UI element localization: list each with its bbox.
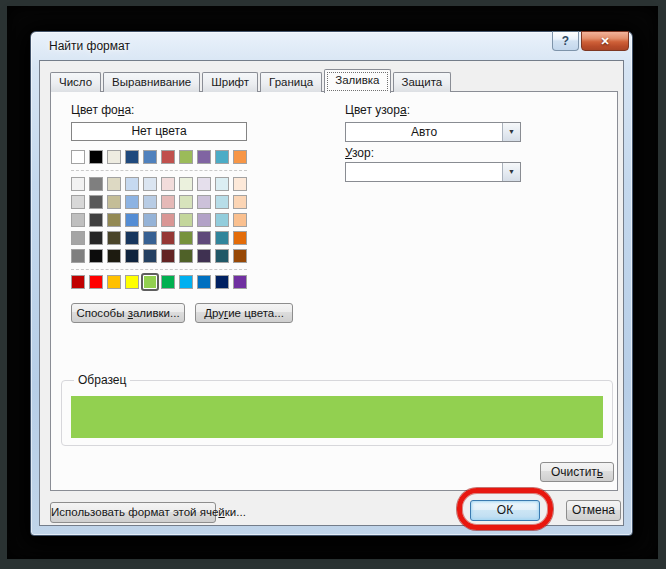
more-colors-button[interactable]: Другие цвета... xyxy=(195,303,293,323)
no-color-button[interactable]: Нет цвета xyxy=(71,122,247,141)
color-swatch[interactable] xyxy=(143,231,157,245)
color-swatch[interactable] xyxy=(89,231,103,245)
color-swatch[interactable] xyxy=(143,177,157,191)
color-swatch[interactable] xyxy=(215,213,229,227)
color-swatch[interactable] xyxy=(125,213,139,227)
pattern-value xyxy=(346,163,502,181)
color-swatch[interactable] xyxy=(233,177,247,191)
pattern-color-select[interactable]: Авто ▼ xyxy=(345,122,521,142)
color-swatch[interactable] xyxy=(161,195,175,209)
cancel-button[interactable]: Отмена xyxy=(566,500,621,521)
color-swatch[interactable] xyxy=(197,231,211,245)
close-button[interactable]: ✕ xyxy=(581,31,629,51)
color-swatch[interactable] xyxy=(125,249,139,263)
color-swatch[interactable] xyxy=(71,195,85,209)
color-swatch[interactable] xyxy=(89,213,103,227)
color-swatch[interactable] xyxy=(215,231,229,245)
palette-divider xyxy=(71,269,247,270)
color-swatch[interactable] xyxy=(215,249,229,263)
tab-label: Выравнивание xyxy=(112,76,191,88)
clear-button[interactable]: Очистить xyxy=(540,462,614,482)
color-swatch[interactable] xyxy=(161,275,175,289)
color-swatch[interactable] xyxy=(71,231,85,245)
color-swatch[interactable] xyxy=(179,231,193,245)
color-swatch[interactable] xyxy=(89,177,103,191)
color-swatch[interactable] xyxy=(197,249,211,263)
color-swatch[interactable] xyxy=(215,150,229,164)
color-swatch[interactable] xyxy=(89,150,103,164)
tint-row xyxy=(71,195,247,209)
color-swatch[interactable] xyxy=(233,275,247,289)
color-swatch[interactable] xyxy=(197,195,211,209)
color-swatch[interactable] xyxy=(215,177,229,191)
color-swatch[interactable] xyxy=(71,150,85,164)
color-swatch[interactable] xyxy=(71,275,85,289)
color-swatch[interactable] xyxy=(179,275,193,289)
tab-fill[interactable]: Заливка xyxy=(324,69,390,93)
color-swatch[interactable] xyxy=(71,213,85,227)
tab-number[interactable]: Число xyxy=(50,72,101,92)
color-swatch[interactable] xyxy=(197,150,211,164)
dialog-body: ЧислоВыравниваниеШрифтГраницаЗаливкаЗащи… xyxy=(39,60,624,526)
color-swatch[interactable] xyxy=(107,177,121,191)
color-swatch[interactable] xyxy=(161,177,175,191)
tab-bar: ЧислоВыравниваниеШрифтГраницаЗаливкаЗащи… xyxy=(50,69,453,92)
color-swatch[interactable] xyxy=(179,195,193,209)
tab-label: Защита xyxy=(402,76,443,88)
color-swatch[interactable] xyxy=(179,249,193,263)
color-swatch[interactable] xyxy=(179,213,193,227)
color-swatch[interactable] xyxy=(197,275,211,289)
palette-divider xyxy=(71,170,247,171)
pattern-label: Узор: xyxy=(345,146,374,160)
color-swatch[interactable] xyxy=(233,213,247,227)
color-swatch[interactable] xyxy=(215,275,229,289)
color-swatch[interactable] xyxy=(107,275,121,289)
color-swatch[interactable] xyxy=(161,249,175,263)
color-swatch-selected[interactable] xyxy=(143,275,157,289)
color-swatch[interactable] xyxy=(143,249,157,263)
color-swatch[interactable] xyxy=(89,275,103,289)
color-swatch[interactable] xyxy=(161,213,175,227)
tint-row xyxy=(71,177,247,191)
color-swatch[interactable] xyxy=(107,195,121,209)
tab-font[interactable]: Шрифт xyxy=(202,72,258,92)
color-swatch[interactable] xyxy=(125,231,139,245)
color-swatch[interactable] xyxy=(161,231,175,245)
color-swatch[interactable] xyxy=(161,150,175,164)
color-swatch[interactable] xyxy=(197,177,211,191)
color-swatch[interactable] xyxy=(71,249,85,263)
color-swatch[interactable] xyxy=(125,150,139,164)
tint-row xyxy=(71,249,247,263)
color-swatch[interactable] xyxy=(233,231,247,245)
color-swatch[interactable] xyxy=(143,150,157,164)
color-swatch[interactable] xyxy=(107,150,121,164)
ok-button[interactable]: ОК xyxy=(470,500,540,521)
color-swatch[interactable] xyxy=(125,275,139,289)
color-swatch[interactable] xyxy=(71,177,85,191)
color-swatch[interactable] xyxy=(89,249,103,263)
color-swatch[interactable] xyxy=(215,195,229,209)
fill-effects-button[interactable]: Способы заливки... xyxy=(71,303,185,323)
color-swatch[interactable] xyxy=(107,231,121,245)
color-swatch[interactable] xyxy=(107,213,121,227)
color-swatch[interactable] xyxy=(107,249,121,263)
titlebar[interactable]: Найти формат xyxy=(31,32,632,60)
color-swatch[interactable] xyxy=(143,213,157,227)
help-button[interactable]: ? xyxy=(552,31,579,51)
tab-protection[interactable]: Защита xyxy=(393,72,452,92)
color-swatch[interactable] xyxy=(125,195,139,209)
color-swatch[interactable] xyxy=(179,150,193,164)
use-cell-format-button[interactable]: Использовать формат этой ячейки... xyxy=(50,502,216,523)
tab-alignment[interactable]: Выравнивание xyxy=(103,72,200,92)
color-swatch[interactable] xyxy=(233,249,247,263)
color-swatch[interactable] xyxy=(89,195,103,209)
color-swatch[interactable] xyxy=(143,195,157,209)
tab-border[interactable]: Граница xyxy=(260,72,322,92)
pattern-select[interactable]: ▼ xyxy=(345,162,521,182)
color-swatch[interactable] xyxy=(179,177,193,191)
color-swatch[interactable] xyxy=(197,213,211,227)
color-swatch[interactable] xyxy=(125,177,139,191)
background-color-label: Цвет фона: xyxy=(71,103,247,117)
color-swatch[interactable] xyxy=(233,195,247,209)
color-swatch[interactable] xyxy=(233,150,247,164)
